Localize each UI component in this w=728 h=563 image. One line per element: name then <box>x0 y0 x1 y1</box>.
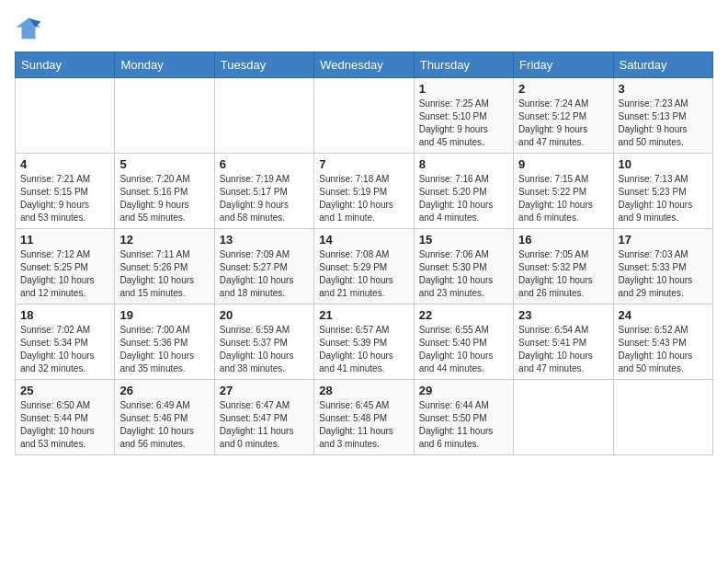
day-info: Sunrise: 7:19 AM Sunset: 5:17 PM Dayligh… <box>220 173 309 224</box>
day-number: 22 <box>419 308 508 322</box>
day-info: Sunrise: 6:54 AM Sunset: 5:41 PM Dayligh… <box>518 324 608 375</box>
day-number: 28 <box>319 384 408 397</box>
day-number: 17 <box>619 233 708 247</box>
week-row-1: 1Sunrise: 7:25 AM Sunset: 5:10 PM Daylig… <box>16 78 713 154</box>
calendar-cell: 4Sunrise: 7:21 AM Sunset: 5:15 PM Daylig… <box>16 154 115 229</box>
day-number: 20 <box>220 308 309 322</box>
calendar-cell: 11Sunrise: 7:12 AM Sunset: 5:25 PM Dayli… <box>16 229 115 304</box>
day-number: 2 <box>518 82 608 96</box>
logo-icon <box>15 15 42 42</box>
calendar-cell: 19Sunrise: 7:00 AM Sunset: 5:36 PM Dayli… <box>115 304 214 380</box>
day-info: Sunrise: 7:15 AM Sunset: 5:22 PM Dayligh… <box>518 173 608 224</box>
day-number: 9 <box>518 157 608 171</box>
week-row-3: 11Sunrise: 7:12 AM Sunset: 5:25 PM Dayli… <box>16 229 713 304</box>
calendar-cell: 28Sunrise: 6:45 AM Sunset: 5:48 PM Dayli… <box>314 380 414 455</box>
day-info: Sunrise: 7:23 AM Sunset: 5:13 PM Dayligh… <box>619 98 708 149</box>
weekday-header-saturday: Saturday <box>613 52 712 78</box>
calendar-cell: 5Sunrise: 7:20 AM Sunset: 5:16 PM Daylig… <box>115 154 214 229</box>
day-number: 13 <box>220 233 309 247</box>
week-row-2: 4Sunrise: 7:21 AM Sunset: 5:15 PM Daylig… <box>16 154 713 229</box>
calendar-cell: 23Sunrise: 6:54 AM Sunset: 5:41 PM Dayli… <box>514 304 613 380</box>
calendar-cell: 12Sunrise: 7:11 AM Sunset: 5:26 PM Dayli… <box>115 229 214 304</box>
weekday-header-row: SundayMondayTuesdayWednesdayThursdayFrid… <box>16 52 713 78</box>
day-info: Sunrise: 6:44 AM Sunset: 5:50 PM Dayligh… <box>419 399 508 451</box>
day-info: Sunrise: 6:47 AM Sunset: 5:47 PM Dayligh… <box>220 399 309 451</box>
day-info: Sunrise: 6:52 AM Sunset: 5:43 PM Dayligh… <box>619 324 708 375</box>
logo <box>15 15 46 42</box>
calendar-cell: 29Sunrise: 6:44 AM Sunset: 5:50 PM Dayli… <box>414 380 513 455</box>
day-info: Sunrise: 7:12 AM Sunset: 5:25 PM Dayligh… <box>20 248 109 300</box>
day-info: Sunrise: 7:00 AM Sunset: 5:36 PM Dayligh… <box>119 324 209 375</box>
calendar-cell: 25Sunrise: 6:50 AM Sunset: 5:44 PM Dayli… <box>16 380 115 455</box>
day-info: Sunrise: 7:21 AM Sunset: 5:15 PM Dayligh… <box>20 173 109 224</box>
calendar-cell: 16Sunrise: 7:05 AM Sunset: 5:32 PM Dayli… <box>514 229 613 304</box>
calendar-cell: 20Sunrise: 6:59 AM Sunset: 5:37 PM Dayli… <box>214 304 313 380</box>
day-number: 29 <box>419 384 508 397</box>
day-number: 24 <box>619 308 708 322</box>
day-info: Sunrise: 7:20 AM Sunset: 5:16 PM Dayligh… <box>119 173 209 224</box>
day-info: Sunrise: 6:49 AM Sunset: 5:46 PM Dayligh… <box>119 399 209 451</box>
day-number: 6 <box>220 157 309 171</box>
week-row-5: 25Sunrise: 6:50 AM Sunset: 5:44 PM Dayli… <box>16 380 713 455</box>
calendar-cell: 17Sunrise: 7:03 AM Sunset: 5:33 PM Dayli… <box>613 229 712 304</box>
day-info: Sunrise: 7:02 AM Sunset: 5:34 PM Dayligh… <box>20 324 109 375</box>
day-info: Sunrise: 6:59 AM Sunset: 5:37 PM Dayligh… <box>220 324 309 375</box>
day-number: 4 <box>20 157 109 171</box>
calendar-cell <box>115 78 214 154</box>
day-number: 16 <box>518 233 608 247</box>
weekday-header-friday: Friday <box>514 52 613 78</box>
calendar-cell: 8Sunrise: 7:16 AM Sunset: 5:20 PM Daylig… <box>414 154 513 229</box>
day-info: Sunrise: 7:18 AM Sunset: 5:19 PM Dayligh… <box>319 173 408 224</box>
calendar-cell <box>314 78 414 154</box>
day-number: 18 <box>20 308 109 322</box>
calendar-cell: 13Sunrise: 7:09 AM Sunset: 5:27 PM Dayli… <box>214 229 313 304</box>
weekday-header-sunday: Sunday <box>16 52 115 78</box>
day-info: Sunrise: 7:05 AM Sunset: 5:32 PM Dayligh… <box>518 248 608 300</box>
day-info: Sunrise: 7:03 AM Sunset: 5:33 PM Dayligh… <box>619 248 708 300</box>
calendar-cell: 14Sunrise: 7:08 AM Sunset: 5:29 PM Dayli… <box>314 229 414 304</box>
day-info: Sunrise: 7:09 AM Sunset: 5:27 PM Dayligh… <box>220 248 309 300</box>
calendar-cell: 22Sunrise: 6:55 AM Sunset: 5:40 PM Dayli… <box>414 304 513 380</box>
calendar-cell <box>16 78 115 154</box>
day-info: Sunrise: 6:57 AM Sunset: 5:39 PM Dayligh… <box>319 324 408 375</box>
page-header <box>15 15 713 42</box>
calendar-cell: 9Sunrise: 7:15 AM Sunset: 5:22 PM Daylig… <box>514 154 613 229</box>
day-info: Sunrise: 6:55 AM Sunset: 5:40 PM Dayligh… <box>419 324 508 375</box>
day-number: 3 <box>619 82 708 96</box>
day-number: 26 <box>119 384 209 397</box>
day-number: 7 <box>319 157 408 171</box>
calendar-cell: 10Sunrise: 7:13 AM Sunset: 5:23 PM Dayli… <box>613 154 712 229</box>
day-number: 14 <box>319 233 408 247</box>
calendar-cell: 6Sunrise: 7:19 AM Sunset: 5:17 PM Daylig… <box>214 154 313 229</box>
day-number: 10 <box>619 157 708 171</box>
calendar-cell: 24Sunrise: 6:52 AM Sunset: 5:43 PM Dayli… <box>613 304 712 380</box>
calendar-table: SundayMondayTuesdayWednesdayThursdayFrid… <box>15 52 713 455</box>
day-number: 21 <box>319 308 408 322</box>
day-number: 1 <box>419 82 508 96</box>
day-number: 19 <box>119 308 209 322</box>
day-number: 25 <box>20 384 109 397</box>
day-info: Sunrise: 7:16 AM Sunset: 5:20 PM Dayligh… <box>419 173 508 224</box>
calendar-cell <box>613 380 712 455</box>
day-number: 8 <box>419 157 508 171</box>
day-info: Sunrise: 7:24 AM Sunset: 5:12 PM Dayligh… <box>518 98 608 149</box>
week-row-4: 18Sunrise: 7:02 AM Sunset: 5:34 PM Dayli… <box>16 304 713 380</box>
calendar-cell: 1Sunrise: 7:25 AM Sunset: 5:10 PM Daylig… <box>414 78 513 154</box>
day-info: Sunrise: 7:13 AM Sunset: 5:23 PM Dayligh… <box>619 173 708 224</box>
day-info: Sunrise: 6:45 AM Sunset: 5:48 PM Dayligh… <box>319 399 408 451</box>
weekday-header-thursday: Thursday <box>414 52 513 78</box>
calendar-cell: 21Sunrise: 6:57 AM Sunset: 5:39 PM Dayli… <box>314 304 414 380</box>
day-number: 23 <box>518 308 608 322</box>
day-info: Sunrise: 7:11 AM Sunset: 5:26 PM Dayligh… <box>119 248 209 300</box>
day-number: 15 <box>419 233 508 247</box>
calendar-cell: 2Sunrise: 7:24 AM Sunset: 5:12 PM Daylig… <box>514 78 613 154</box>
calendar-cell: 3Sunrise: 7:23 AM Sunset: 5:13 PM Daylig… <box>613 78 712 154</box>
weekday-header-monday: Monday <box>115 52 214 78</box>
day-info: Sunrise: 7:06 AM Sunset: 5:30 PM Dayligh… <box>419 248 508 300</box>
calendar-cell: 15Sunrise: 7:06 AM Sunset: 5:30 PM Dayli… <box>414 229 513 304</box>
day-number: 11 <box>20 233 109 247</box>
weekday-header-tuesday: Tuesday <box>214 52 313 78</box>
calendar-cell <box>514 380 613 455</box>
calendar-cell: 18Sunrise: 7:02 AM Sunset: 5:34 PM Dayli… <box>16 304 115 380</box>
calendar-cell: 27Sunrise: 6:47 AM Sunset: 5:47 PM Dayli… <box>214 380 313 455</box>
